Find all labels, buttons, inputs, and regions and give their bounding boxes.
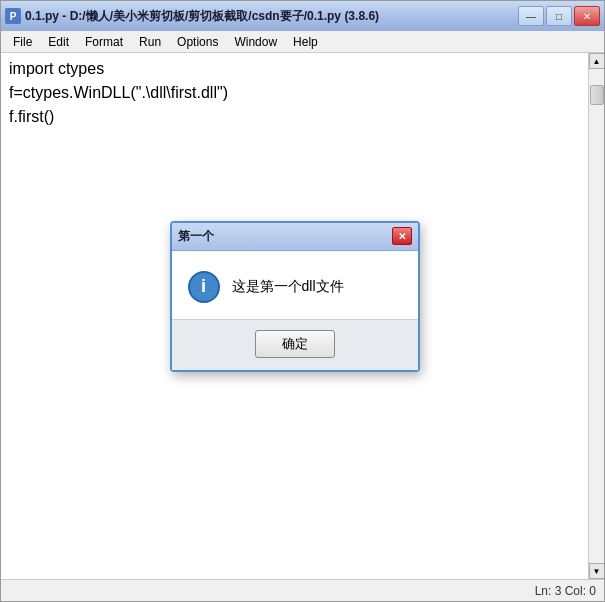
window-title: 0.1.py - D:/懒人/美小米剪切板/剪切板截取/csdn要子/0.1.p… (25, 8, 379, 25)
status-text: Ln: 3 Col: 0 (535, 584, 596, 598)
dialog-footer: 确定 (172, 319, 418, 370)
menu-format[interactable]: Format (77, 33, 131, 51)
dialog-body: i 这是第一个dll文件 (172, 251, 418, 319)
code-line-2: f=ctypes.WinDLL(".\dll\first.dll") (9, 81, 580, 105)
dialog-overlay: 第一个 ✕ i 这是第一个dll文件 确定 (1, 53, 588, 579)
code-line-1: import ctypes (9, 57, 580, 81)
ok-button[interactable]: 确定 (255, 330, 335, 358)
title-bar: P 0.1.py - D:/懒人/美小米剪切板/剪切板截取/csdn要子/0.1… (1, 1, 604, 31)
close-button[interactable]: ✕ (574, 6, 600, 26)
dialog-title-bar: 第一个 ✕ (172, 223, 418, 251)
title-controls: — □ ✕ (518, 6, 600, 26)
status-bar: Ln: 3 Col: 0 (1, 579, 604, 601)
menu-edit[interactable]: Edit (40, 33, 77, 51)
menu-bar: File Edit Format Run Options Window Help (1, 31, 604, 53)
dialog-title: 第一个 (178, 228, 214, 245)
title-bar-left: P 0.1.py - D:/懒人/美小米剪切板/剪切板截取/csdn要子/0.1… (5, 8, 379, 25)
scroll-up-arrow[interactable]: ▲ (589, 53, 605, 69)
editor-area: import ctypes f=ctypes.WinDLL(".\dll\fir… (1, 53, 604, 579)
code-editor[interactable]: import ctypes f=ctypes.WinDLL(".\dll\fir… (1, 53, 588, 579)
dialog-message: 这是第一个dll文件 (232, 278, 344, 296)
menu-window[interactable]: Window (226, 33, 285, 51)
menu-help[interactable]: Help (285, 33, 326, 51)
dialog-close-button[interactable]: ✕ (392, 227, 412, 245)
menu-file[interactable]: File (5, 33, 40, 51)
info-icon: i (188, 271, 220, 303)
app-icon: P (5, 8, 21, 24)
message-dialog: 第一个 ✕ i 这是第一个dll文件 确定 (170, 221, 420, 372)
minimize-button[interactable]: — (518, 6, 544, 26)
main-window: P 0.1.py - D:/懒人/美小米剪切板/剪切板截取/csdn要子/0.1… (0, 0, 605, 602)
scroll-down-arrow[interactable]: ▼ (589, 563, 605, 579)
scroll-thumb[interactable] (590, 85, 604, 105)
menu-options[interactable]: Options (169, 33, 226, 51)
vertical-scrollbar[interactable]: ▲ ▼ (588, 53, 604, 579)
code-line-3: f.first() (9, 105, 580, 129)
menu-run[interactable]: Run (131, 33, 169, 51)
maximize-button[interactable]: □ (546, 6, 572, 26)
